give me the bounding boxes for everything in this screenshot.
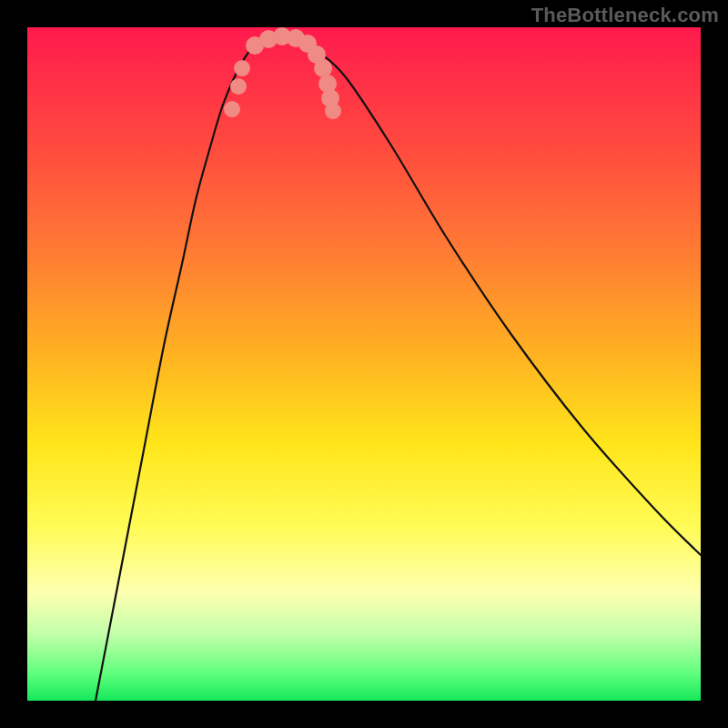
curve-dot (314, 59, 332, 77)
curve-dot (230, 78, 247, 95)
plot-area (27, 27, 701, 701)
watermark-text: TheBottleneck.com (531, 4, 719, 27)
chart-svg (27, 27, 701, 701)
chart-frame: TheBottleneck.com (0, 0, 728, 728)
curve-dot (224, 101, 240, 117)
curve-dot (234, 60, 250, 76)
curve-dot (325, 103, 341, 119)
curve-dots (224, 27, 341, 119)
bottleneck-curve (96, 36, 701, 701)
